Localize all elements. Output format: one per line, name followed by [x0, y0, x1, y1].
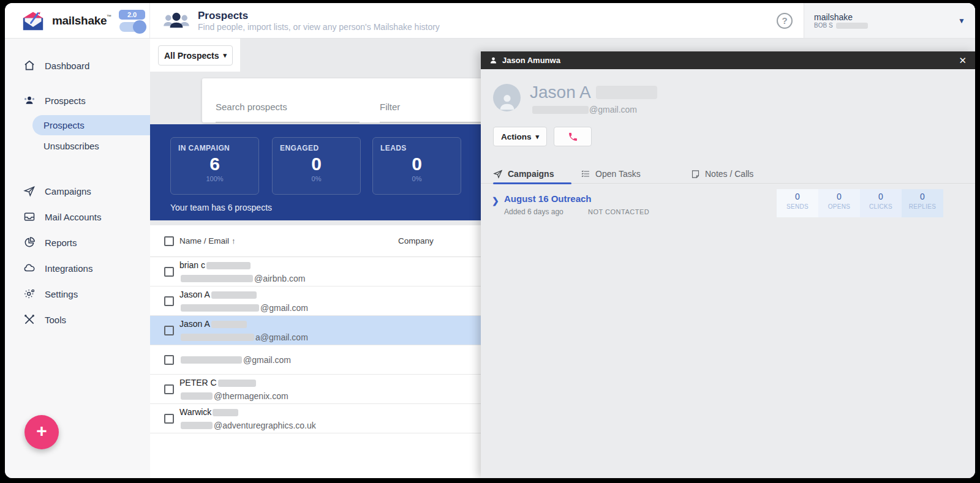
add-prospect-fab[interactable]: +: [24, 415, 59, 449]
stat-card-engaged: ENGAGED 0 0%: [272, 137, 361, 195]
users-icon: [23, 94, 36, 107]
sidebar-item-dashboard[interactable]: Dashboard: [5, 54, 150, 77]
cloud-icon: [23, 262, 36, 274]
phone-icon: [568, 132, 578, 142]
row-checkbox[interactable]: [164, 296, 174, 306]
select-all-checkbox[interactable]: [164, 236, 174, 246]
avatar: [493, 84, 521, 111]
row-checkbox[interactable]: [164, 384, 174, 394]
send-icon: [23, 185, 36, 197]
prospect-cell: PETER C@thermagenix.com: [179, 376, 288, 402]
home-icon: [23, 59, 36, 72]
campaign-added: Added 6 days ago: [504, 208, 564, 216]
campaign-status-badge: NOT CONTACTED: [588, 208, 649, 215]
row-checkbox[interactable]: [164, 414, 174, 424]
sort-asc-icon[interactable]: ↑: [232, 236, 236, 245]
campaign-stats: 0SENDS0OPENS0CLICKS0REPLIES: [777, 189, 943, 217]
campaign-stat-sends: 0SENDS: [777, 189, 818, 217]
row-checkbox[interactable]: [164, 355, 174, 365]
caret-down-icon: ▾: [223, 51, 227, 59]
logo-wordmark: mailshake™: [52, 14, 111, 28]
prospect-cell: brian c@airbnb.com: [179, 258, 305, 285]
team-caption: Your team has 6 prospects: [170, 203, 272, 212]
page-title: Prospects: [198, 9, 440, 22]
note-icon: [691, 170, 700, 179]
name-redaction: [596, 86, 657, 99]
close-icon[interactable]: ✕: [959, 55, 967, 66]
campaign-link[interactable]: August 16 Outreach: [504, 193, 592, 204]
tab-open-tasks[interactable]: Open Tasks: [581, 164, 641, 184]
tools-icon: [23, 313, 36, 326]
prospect-cell: @gmail.com: [179, 353, 291, 367]
engaged-value: 0: [280, 154, 353, 174]
prospect-cell: Warwick@adventuregraphics.co.uk: [179, 405, 316, 432]
active-tab-indicator: [493, 182, 571, 184]
search-input[interactable]: [216, 97, 360, 122]
campaign-stat-replies: 0REPLIES: [902, 189, 943, 217]
page-subtitle: Find people, import lists, or view any p…: [198, 22, 440, 32]
mailshake-logo-icon: [20, 10, 47, 32]
sidebar-item-campaigns[interactable]: Campaigns: [5, 180, 150, 202]
call-button[interactable]: [554, 127, 592, 146]
column-company[interactable]: Company: [398, 236, 434, 245]
sidebar-item-unsubscribes[interactable]: Unsubscribes: [5, 135, 150, 156]
sidebar-item-settings[interactable]: Settings: [5, 283, 150, 305]
all-prospects-dropdown[interactable]: All Prospects ▾: [158, 45, 233, 66]
row-checkbox[interactable]: [164, 267, 174, 277]
version-badge: 2.0: [119, 10, 145, 20]
sidebar: Dashboard Prospects Prospects Unsubscrib…: [5, 39, 150, 478]
sidebar-item-integrations[interactable]: Integrations: [5, 257, 150, 279]
avatar-person-icon: [497, 92, 518, 111]
help-icon[interactable]: ?: [777, 13, 793, 29]
top-header: mailshake™ 2.0 Prospects Find people, im…: [5, 3, 975, 39]
leads-value: 0: [380, 154, 453, 174]
stat-card-in-campaign: IN CAMPAIGN 6 100%: [170, 137, 259, 195]
prospect-cell: Jason A@gmail.com: [179, 288, 308, 314]
account-menu[interactable]: mailshake BOB S ▼: [804, 3, 975, 38]
prospect-cell: Jason Aa@gmail.com: [179, 317, 308, 343]
app-window: mailshake™ 2.0 Prospects Find people, im…: [5, 3, 975, 478]
email-redaction: [532, 106, 589, 114]
prospect-detail-panel: Jason Amunwa ✕ Jason A @gmail.com Action…: [481, 51, 975, 478]
caret-down-icon: ▾: [535, 133, 539, 141]
filter-toolbar: All Prospects ▾: [150, 39, 240, 72]
account-caret-icon: ▼: [958, 17, 965, 25]
stat-card-leads: LEADS 0 0%: [372, 137, 461, 195]
in-campaign-value: 6: [178, 154, 251, 174]
sidebar-item-mail-accounts[interactable]: Mail Accounts: [5, 206, 150, 228]
page-heading: Prospects Find people, import lists, or …: [150, 3, 440, 38]
version-toggle[interactable]: 2.0: [119, 10, 145, 32]
prospect-email: @gmail.com: [531, 105, 637, 114]
tab-campaigns[interactable]: Campaigns: [493, 164, 554, 184]
panel-body: Jason A @gmail.com Actions ▾ Campaigns O…: [481, 69, 975, 478]
chevron-right-icon[interactable]: ❯: [492, 196, 499, 206]
prospects-header-icon: [162, 10, 190, 31]
checklist-icon: [581, 169, 590, 179]
campaign-stat-clicks: 0CLICKS: [860, 189, 902, 217]
column-name-email[interactable]: Name / Email: [179, 236, 229, 245]
panel-titlebar: Jason Amunwa ✕: [481, 51, 975, 69]
toggle-knob: [133, 20, 146, 34]
sidebar-item-prospects-sub[interactable]: Prospects: [32, 115, 150, 135]
pie-chart-icon: [23, 236, 36, 249]
campaign-stat-opens: 0OPENS: [818, 189, 860, 217]
actions-button[interactable]: Actions ▾: [493, 127, 547, 146]
panel-title: Jason Amunwa: [502, 56, 560, 65]
person-icon: [489, 56, 497, 64]
account-user-name: BOB S: [814, 22, 869, 29]
brand-area[interactable]: mailshake™ 2.0: [5, 3, 150, 38]
send-icon: [493, 169, 503, 179]
row-checkbox[interactable]: [164, 326, 174, 335]
account-org-name: mailshake: [814, 12, 869, 23]
sidebar-item-tools[interactable]: Tools: [5, 309, 150, 331]
prospect-name: Jason A: [530, 83, 658, 102]
tab-notes-calls[interactable]: Notes / Calls: [691, 164, 753, 184]
sidebar-item-reports[interactable]: Reports: [5, 231, 150, 253]
sidebar-item-prospects[interactable]: Prospects: [5, 89, 150, 111]
gear-icon: [23, 288, 36, 300]
inbox-icon: [23, 211, 36, 223]
version-toggle-switch[interactable]: [119, 22, 145, 32]
panel-tabs: Campaigns Open Tasks Notes / Calls: [481, 164, 975, 184]
